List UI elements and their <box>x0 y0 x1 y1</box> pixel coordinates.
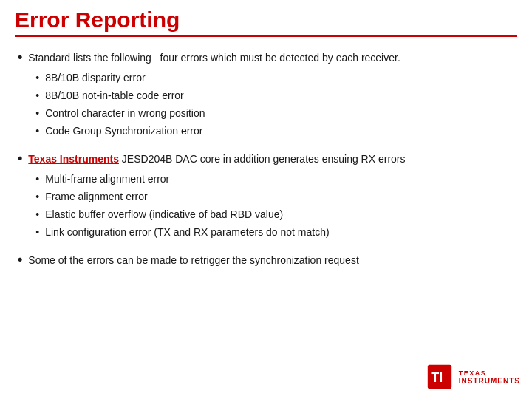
page-container: Error Reporting • Standard lists the fol… <box>0 0 532 399</box>
sub-bullet-1-3: • Control character in wrong position <box>35 106 514 121</box>
sub-text-1-2: 8B/10B not-in-table code error <box>45 88 184 103</box>
bullet-dot-2: • <box>18 151 22 166</box>
sub-dot: • <box>35 207 39 222</box>
sub-bullets-2: • Multi-frame alignment error • Frame al… <box>35 171 514 240</box>
svg-text:TI: TI <box>431 370 443 385</box>
sub-bullet-2-1: • Multi-frame alignment error <box>35 171 514 187</box>
sub-bullet-2-2: • Frame alignment error <box>35 189 514 205</box>
bullet-dot-3: • <box>18 252 22 267</box>
ti-logo-text: TEXAS INSTRUMENTS <box>459 369 520 385</box>
sub-text-2-1: Multi-frame alignment error <box>45 171 169 187</box>
content-area: • Standard lists the following four erro… <box>15 50 517 268</box>
ti-logo-icon: TI <box>426 364 453 390</box>
sub-text-1-1: 8B/10B disparity error <box>45 70 145 86</box>
bullet-dot-1: • <box>18 50 22 65</box>
bullet-1-text: Standard lists the following four errors… <box>28 52 400 64</box>
footer: TI TEXAS INSTRUMENTS <box>426 364 520 390</box>
sub-dot: • <box>35 70 39 86</box>
sub-dot: • <box>35 225 39 240</box>
ti-brand-line1: TEXAS <box>459 369 487 377</box>
sub-text-2-3: Elastic buffer overflow (indicative of b… <box>45 207 283 222</box>
bullet-1: • Standard lists the following four erro… <box>18 50 514 141</box>
bullet-3: • Some of the errors can be made to retr… <box>18 253 514 268</box>
sub-text-2-2: Frame alignment error <box>45 189 148 205</box>
bullet-2-text: JESD204B DAC core in addition generates … <box>119 153 406 165</box>
sub-text-2-4: Link configuration error (TX and RX para… <box>45 225 329 240</box>
sub-bullet-2-3: • Elastic buffer overflow (indicative of… <box>35 207 514 222</box>
bullet-text-2: Texas Instruments JESD204B DAC core in a… <box>28 151 514 242</box>
sub-text-1-4: Code Group Synchronization error <box>45 123 202 139</box>
sub-dot: • <box>35 123 39 139</box>
sub-dot: • <box>35 171 39 187</box>
sub-dot: • <box>35 189 39 205</box>
sub-bullet-1-4: • Code Group Synchronization error <box>35 123 514 139</box>
sub-dot: • <box>35 106 39 121</box>
sub-bullets-1: • 8B/10B disparity error • 8B/10B not-in… <box>35 70 514 139</box>
sub-dot: • <box>35 88 39 103</box>
page-title: Error Reporting <box>15 7 517 37</box>
sub-bullet-1-2: • 8B/10B not-in-table code error <box>35 88 514 103</box>
bullet-3-text: Some of the errors can be made to retrig… <box>28 254 358 266</box>
brand-highlight: Texas Instruments <box>28 153 119 165</box>
sub-bullet-2-4: • Link configuration error (TX and RX pa… <box>35 225 514 240</box>
sub-text-1-3: Control character in wrong position <box>45 106 205 121</box>
bullet-text-3: Some of the errors can be made to retrig… <box>28 253 514 268</box>
bullet-2: • Texas Instruments JESD204B DAC core in… <box>18 151 514 242</box>
sub-bullet-1-1: • 8B/10B disparity error <box>35 70 514 86</box>
ti-brand-line2: INSTRUMENTS <box>459 377 520 385</box>
bullet-text-1: Standard lists the following four errors… <box>28 50 514 141</box>
